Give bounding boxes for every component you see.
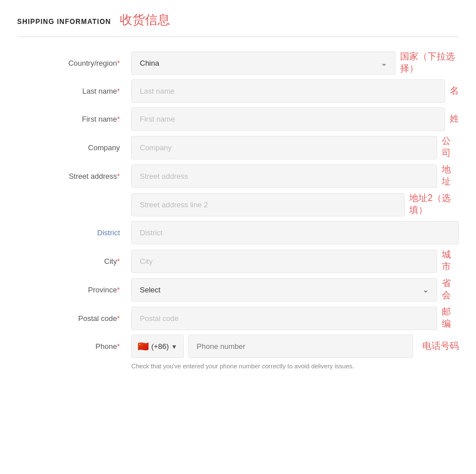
lastname-row: Last name* 名 [17,79,459,103]
province-select-wrapper: Select ⌄ [131,278,437,302]
postal-cn-hint: 邮编 [442,306,459,330]
city-cn-hint: 城市 [442,249,459,273]
city-input[interactable] [131,250,437,273]
section-title-cn: 收货信息 [120,11,170,29]
phone-hint-text: Check that you've entered your phone num… [17,363,459,369]
phone-chevron-icon: ▼ [171,343,178,350]
city-field-wrapper: 城市 [131,249,459,273]
firstname-input[interactable] [131,107,445,131]
lastname-label: Last name* [17,87,131,95]
china-flag-icon: 🇨🇳 [138,341,149,352]
province-row: Province* Select ⌄ 省会 [17,278,459,302]
company-cn-hint: 公司 [442,135,459,159]
province-select[interactable]: Select [131,278,437,302]
province-cn-hint: 省会 [442,278,459,302]
street-row: Street address* 地址 [17,164,459,188]
street-field-wrapper: 地址 [131,164,459,188]
phone-number-input[interactable] [188,335,413,358]
street-input[interactable] [131,164,437,188]
firstname-cn-hint: 姓 [450,113,459,125]
country-field-wrapper: China ⌄ 国家（下拉选择） [131,51,459,75]
postal-field-wrapper: 邮编 [131,306,459,330]
country-cn-hint: 国家（下拉选择） [400,51,459,75]
page-container: SHIPPING INFORMATION 收货信息 Country/region… [0,0,476,474]
phone-input-row: 🇨🇳 (+86) ▼ 电话号码 [131,335,459,358]
street-cn-hint: 地址 [442,164,459,188]
company-input[interactable] [131,136,437,159]
phone-cn-hint: 电话号码 [422,340,459,352]
lastname-cn-hint: 名 [450,85,459,97]
header-row: SHIPPING INFORMATION 收货信息 [17,11,459,37]
country-select[interactable]: China [131,51,396,75]
lastname-field-wrapper: 名 [131,79,459,103]
phone-field-wrapper: 🇨🇳 (+86) ▼ 电话号码 [131,335,459,358]
street2-input[interactable] [131,193,405,216]
firstname-field-wrapper: 姓 [131,107,459,131]
district-field-wrapper [131,221,459,244]
street2-field-wrapper: 地址2（选填） [131,192,459,216]
street2-cn-hint: 地址2（选填） [409,192,459,216]
phone-country-selector[interactable]: 🇨🇳 (+86) ▼ [131,335,184,358]
street-label: Street address* [17,172,131,180]
district-label: District [17,228,131,237]
city-label: City* [17,257,131,266]
country-row: Country/region* China ⌄ 国家（下拉选择） [17,51,459,75]
section-title-en: SHIPPING INFORMATION [17,18,111,26]
country-select-row: China ⌄ 国家（下拉选择） [131,51,459,75]
postal-label: Postal code* [17,314,131,323]
district-input[interactable] [131,221,459,244]
postal-input[interactable] [131,307,437,330]
firstname-row: First name* 姓 [17,107,459,131]
city-row: City* 城市 [17,249,459,273]
street2-row: 地址2（选填） [17,192,459,216]
company-label: Company [17,143,131,152]
phone-country-code: (+86) [151,342,169,351]
company-field-wrapper: 公司 [131,135,459,159]
country-select-wrapper: China ⌄ [131,51,396,75]
province-field-wrapper: Select ⌄ 省会 [131,278,459,302]
company-row: Company 公司 [17,135,459,159]
province-label: Province* [17,286,131,294]
phone-label: Phone* [17,342,131,351]
lastname-input[interactable] [131,79,445,103]
firstname-label: First name* [17,115,131,123]
province-select-row: Select ⌄ 省会 [131,278,459,302]
phone-row: Phone* 🇨🇳 (+86) ▼ 电话号码 [17,335,459,358]
country-label: Country/region* [17,59,131,67]
district-row: District [17,221,459,244]
postal-row: Postal code* 邮编 [17,306,459,330]
